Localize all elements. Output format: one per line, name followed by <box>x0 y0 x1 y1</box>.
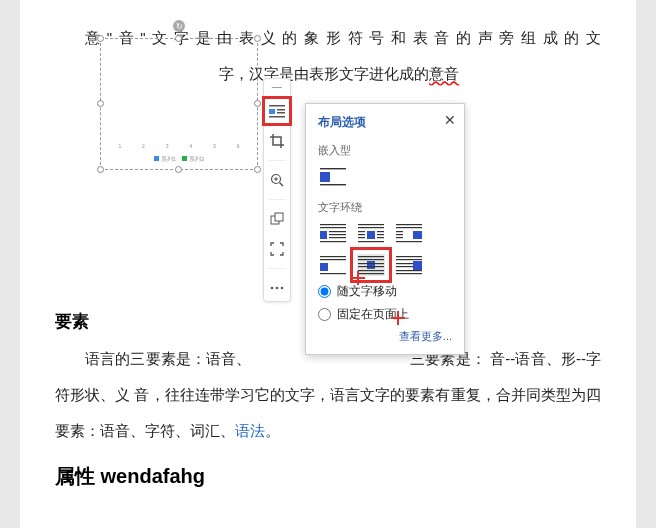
svg-rect-56 <box>413 261 422 271</box>
svg-rect-32 <box>377 237 384 238</box>
crop-button[interactable] <box>266 130 288 152</box>
wrap-front[interactable] <box>394 253 424 277</box>
svg-point-13 <box>281 287 284 290</box>
svg-rect-14 <box>320 168 346 169</box>
layout-options-button[interactable] <box>266 100 288 122</box>
close-icon[interactable]: ✕ <box>444 112 456 128</box>
svg-rect-53 <box>396 259 422 260</box>
svg-rect-33 <box>358 241 384 242</box>
resize-handle[interactable] <box>175 166 182 173</box>
resize-handle[interactable] <box>254 166 261 173</box>
floating-toolbar: — <box>263 78 291 302</box>
section-label-inline: 嵌入型 <box>318 143 452 158</box>
svg-rect-31 <box>358 237 365 238</box>
svg-rect-3 <box>277 112 285 114</box>
wrap-through[interactable] <box>394 221 424 245</box>
svg-rect-43 <box>320 263 328 271</box>
svg-rect-0 <box>269 105 285 107</box>
svg-rect-17 <box>320 224 346 225</box>
text: 。 <box>265 422 280 439</box>
svg-rect-57 <box>396 270 422 271</box>
radio-label: 固定在页面上 <box>337 306 409 323</box>
svg-rect-35 <box>396 227 422 228</box>
radio-input[interactable] <box>318 308 331 321</box>
wrap-inline[interactable] <box>318 164 348 188</box>
popup-title: 布局选项 <box>318 114 452 131</box>
svg-rect-42 <box>320 259 346 260</box>
svg-rect-37 <box>396 234 403 235</box>
zoom-in-button[interactable] <box>266 169 288 191</box>
chart-object-selected[interactable]: ↻ 123456 系列1 系列2 <box>100 38 258 170</box>
heading-attributes: 属性 wendafahg <box>55 463 601 490</box>
link-grammar[interactable]: 语法 <box>235 422 265 439</box>
svg-rect-27 <box>358 231 365 232</box>
svg-line-6 <box>280 183 284 187</box>
svg-rect-36 <box>396 231 403 232</box>
svg-rect-10 <box>275 213 283 221</box>
chart-legend: 系列1 系列2 <box>100 155 258 164</box>
rotate-handle[interactable]: ↻ <box>173 20 185 32</box>
svg-rect-20 <box>329 231 346 232</box>
svg-rect-58 <box>396 273 422 274</box>
resize-handle[interactable] <box>97 166 104 173</box>
svg-rect-25 <box>358 227 384 228</box>
wrap-behind[interactable] <box>356 253 386 277</box>
fullscreen-button[interactable] <box>266 238 288 260</box>
resize-handle[interactable] <box>97 35 104 42</box>
chart-bars <box>108 68 250 140</box>
svg-rect-52 <box>396 256 422 257</box>
svg-rect-47 <box>367 261 375 269</box>
paragraph: 语言的三要素是：语音、 三要素是： 音--语音、形--字符形状、义 音，往往连带… <box>55 341 601 449</box>
svg-rect-39 <box>413 231 422 239</box>
svg-rect-38 <box>396 237 403 238</box>
resize-handle[interactable] <box>254 100 261 107</box>
svg-rect-30 <box>377 234 384 235</box>
svg-rect-15 <box>320 172 330 182</box>
svg-rect-44 <box>320 273 346 274</box>
more-button[interactable] <box>266 277 288 299</box>
svg-rect-48 <box>358 263 384 264</box>
radio-move-with-text[interactable]: 随文字移动 <box>318 283 452 300</box>
svg-rect-21 <box>329 234 346 235</box>
section-label-wrap: 文字环绕 <box>318 200 452 215</box>
svg-rect-46 <box>358 259 384 260</box>
svg-rect-19 <box>320 231 327 239</box>
radio-label: 随文字移动 <box>337 283 397 300</box>
svg-rect-28 <box>377 231 384 232</box>
svg-rect-22 <box>329 237 346 238</box>
svg-rect-40 <box>396 241 422 242</box>
layout-options-popup: 布局选项 ✕ 嵌入型 文字环绕 随文字移动 固定在页面上 查看更多... <box>305 103 465 355</box>
svg-rect-23 <box>320 241 346 242</box>
svg-rect-49 <box>358 266 384 267</box>
wrap-tight[interactable] <box>356 221 386 245</box>
svg-rect-34 <box>396 224 422 225</box>
svg-rect-4 <box>269 116 285 118</box>
svg-rect-41 <box>320 256 346 257</box>
svg-rect-50 <box>358 270 384 271</box>
resize-handle[interactable] <box>97 100 104 107</box>
svg-rect-24 <box>358 224 384 225</box>
radio-fix-on-page[interactable]: 固定在页面上 <box>318 306 452 323</box>
text: 语言的三要素是：语音、 <box>85 350 251 367</box>
svg-rect-18 <box>320 227 346 228</box>
radio-input[interactable] <box>318 285 331 298</box>
resize-handle[interactable] <box>254 35 261 42</box>
document-page: 意"音"文字是由表义的象形符号和表音的声旁组成的文 字，汉字是由表形文字进化成的… <box>20 0 636 528</box>
wrap-square[interactable] <box>318 221 348 245</box>
svg-rect-51 <box>358 273 384 274</box>
svg-point-11 <box>271 287 274 290</box>
svg-rect-1 <box>269 109 275 114</box>
svg-rect-29 <box>358 234 365 235</box>
bring-front-button[interactable] <box>266 208 288 230</box>
svg-rect-45 <box>358 256 384 257</box>
see-more-link[interactable]: 查看更多... <box>399 330 452 342</box>
text-underlined: 意音 <box>429 65 459 82</box>
svg-point-12 <box>276 287 279 290</box>
svg-rect-16 <box>320 184 346 185</box>
svg-rect-2 <box>277 109 285 111</box>
wrap-topbottom[interactable] <box>318 253 348 277</box>
resize-handle[interactable] <box>175 35 182 42</box>
svg-rect-26 <box>367 231 375 239</box>
